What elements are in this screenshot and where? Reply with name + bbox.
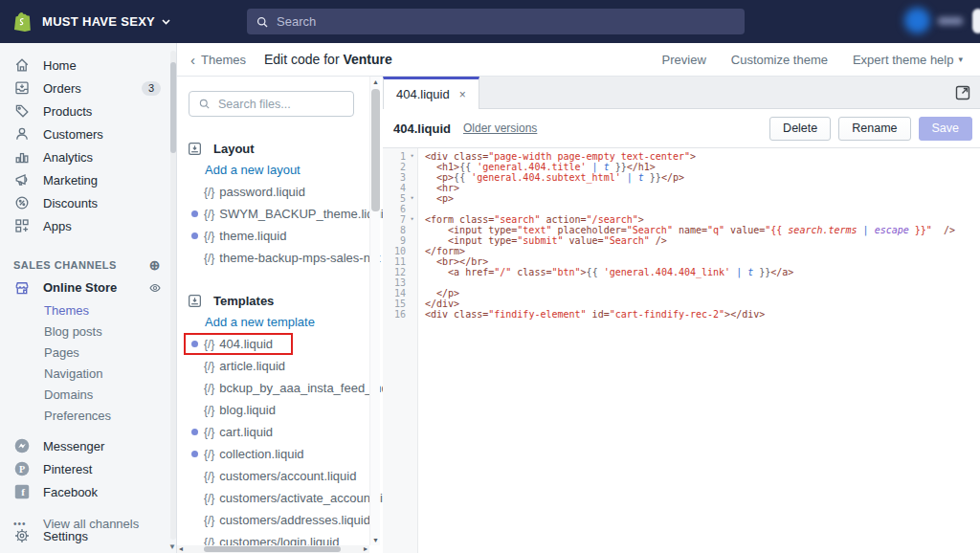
file-item-404-liquid[interactable]: {/}404.liquid <box>177 333 383 355</box>
save-button[interactable]: Save <box>919 117 973 141</box>
code-line-6[interactable]: 6 <box>383 204 980 214</box>
file-item-customers-account-liquid[interactable]: {/}customers/account.liquid <box>177 465 383 487</box>
global-search[interactable] <box>247 9 745 34</box>
code-line-3[interactable]: 3 <p>{{ 'general.404.subtext_html' | t }… <box>383 172 980 183</box>
sidebar-item-apps[interactable]: Apps <box>0 214 176 237</box>
older-versions-link[interactable]: Older versions <box>463 122 537 135</box>
fullscreen-icon[interactable] <box>954 84 971 101</box>
file-panel-vertical-scrollbar[interactable]: ▲ ▼ <box>369 77 380 545</box>
sidebar-item-pages[interactable]: Pages <box>0 342 176 363</box>
file-item-collection-liquid[interactable]: {/}collection.liquid <box>177 443 383 465</box>
code-text: <hr> <box>418 183 459 193</box>
code-line-10[interactable]: 10</form> <box>383 246 980 256</box>
preview-link[interactable]: Preview <box>662 53 706 67</box>
svg-text:P: P <box>19 464 25 475</box>
close-icon[interactable]: × <box>459 88 466 101</box>
scroll-up-icon[interactable]: ▲ <box>371 78 380 85</box>
sidebar-item-discounts[interactable]: Discounts <box>0 191 176 214</box>
sidebar-item-blog-posts[interactable]: Blog posts <box>0 321 176 342</box>
line-number: 9 <box>383 235 406 246</box>
sidebar-item-marketing[interactable]: Marketing <box>0 168 176 191</box>
scroll-down-icon[interactable]: ▼ <box>371 537 380 543</box>
sidebar-scrollbar[interactable] <box>170 51 176 540</box>
sidebar-item-orders[interactable]: Orders3 <box>0 77 176 100</box>
file-section-layout: LayoutAdd a new layout{/}password.liquid… <box>177 138 383 269</box>
add-channel-icon[interactable]: ⊕ <box>149 257 161 273</box>
sidebar-item-label: Discounts <box>43 196 98 210</box>
sidebar-item-settings[interactable]: Settings <box>0 524 176 547</box>
file-item-password-liquid[interactable]: {/}password.liquid <box>177 181 383 203</box>
fold-icon[interactable]: ▾ <box>406 151 418 162</box>
sidebar-scrollbar-thumb[interactable] <box>170 62 176 153</box>
sidebar-item-pinterest[interactable]: PPinterest <box>0 457 176 480</box>
sidebar-item-navigation[interactable]: Navigation <box>0 363 176 384</box>
expert-theme-help-link[interactable]: Expert theme help▾ <box>853 53 963 67</box>
code-line-11[interactable]: 11 <br></br> <box>383 256 980 267</box>
global-search-input[interactable] <box>277 14 698 29</box>
delete-button[interactable]: Delete <box>769 117 831 141</box>
liquid-file-icon: {/} <box>204 338 214 351</box>
sidebar-item-products[interactable]: Products <box>0 100 176 122</box>
store-switcher[interactable]: MUST HAVE SEXY <box>42 14 170 29</box>
liquid-file-icon: {/} <box>204 186 214 199</box>
scroll-right-icon[interactable]: ▸ <box>364 544 368 553</box>
add-new-templates-link[interactable]: Add a new template <box>177 311 383 333</box>
code-line-5[interactable]: 5▾ <p> <box>383 193 980 204</box>
file-panel-horizontal-scrollbar[interactable]: ◂ ▸ <box>177 545 369 553</box>
sidebar-item-customers[interactable]: Customers <box>0 122 176 145</box>
shopify-logo-icon[interactable] <box>12 11 33 33</box>
file-item-blog-liquid[interactable]: {/}blog.liquid <box>177 399 383 421</box>
code-line-7[interactable]: 7▾<form class="search" action="/search"> <box>383 214 980 225</box>
rename-button[interactable]: Rename <box>838 117 910 141</box>
avatar[interactable] <box>904 8 930 33</box>
file-panel-hscrollbar-thumb[interactable] <box>204 546 341 552</box>
code-line-4[interactable]: 4 <hr> <box>383 183 980 193</box>
file-section-header[interactable]: Layout <box>177 138 383 159</box>
sidebar-item-label: Apps <box>43 219 72 233</box>
file-item-theme-backup-mps-sales-not[interactable]: {/}theme-backup-mps-sales-not <box>177 247 383 269</box>
folder-icon <box>187 141 203 157</box>
fold-icon[interactable]: ▾ <box>406 193 418 204</box>
file-panel-scrollbar-thumb[interactable] <box>371 89 380 211</box>
code-line-15[interactable]: 15</div> <box>383 299 980 309</box>
file-item-theme-liquid[interactable]: {/}theme.liquid <box>177 225 383 247</box>
scroll-left-icon[interactable]: ◂ <box>179 544 183 553</box>
sidebar-item-home[interactable]: Home <box>0 54 176 77</box>
fold-spacer <box>406 277 418 288</box>
file-item-customers-activate-account-liq[interactable]: {/}customers/activate_account.liq <box>177 487 383 509</box>
code-line-8[interactable]: 8 <input type="text" placeholder="Search… <box>383 225 980 235</box>
file-search-input[interactable] <box>218 98 338 111</box>
scroll-down-icon[interactable]: ▼ <box>168 542 176 551</box>
fold-icon[interactable]: ▾ <box>406 214 418 225</box>
sidebar-item-facebook[interactable]: fFacebook <box>0 480 176 503</box>
sidebar-item-themes[interactable]: Themes <box>0 299 176 321</box>
sidebar-item-analytics[interactable]: Analytics <box>0 145 176 168</box>
products-icon <box>13 102 31 120</box>
file-item-cart-liquid[interactable]: {/}cart.liquid <box>177 421 383 443</box>
code-line-12[interactable]: 12 <a href="/" class="btn">{{ 'general.4… <box>383 267 980 277</box>
code-line-16[interactable]: 16<div class="findify-element" id="cart-… <box>383 309 980 320</box>
file-item-article-liquid[interactable]: {/}article.liquid <box>177 355 383 377</box>
file-item-bckup-by-aaa-insta-feed-inde[interactable]: {/}bckup_by_aaa_insta_feed_inde <box>177 377 383 399</box>
breadcrumb-back-themes[interactable]: ‹ Themes <box>190 52 246 68</box>
file-item-swym-backup-theme-liquid[interactable]: {/}SWYM_BACKUP_theme.liquid <box>177 203 383 225</box>
file-search[interactable] <box>189 91 354 117</box>
add-new-layout-link[interactable]: Add a new layout <box>177 159 383 181</box>
customize-theme-link[interactable]: Customize theme <box>731 53 828 67</box>
code-area[interactable]: 1▾<div class="page-width page-empty text… <box>383 148 980 320</box>
sidebar-item-messenger[interactable]: Messenger <box>0 434 176 457</box>
code-line-9[interactable]: 9 <input type="submit" value="Search" /> <box>383 235 980 246</box>
code-line-2[interactable]: 2 <h1>{{ 'general.404.title' | t }}</h1> <box>383 162 980 172</box>
sidebar-item-domains[interactable]: Domains <box>0 384 176 405</box>
code-line-13[interactable]: 13 <box>383 277 980 288</box>
sidebar-item-preferences[interactable]: Preferences <box>0 405 176 426</box>
file-item-customers-addresses-liquid[interactable]: {/}customers/addresses.liquid <box>177 509 383 531</box>
file-section-header[interactable]: Templates <box>177 290 383 311</box>
tab-404-liquid[interactable]: 404.liquid × <box>383 77 479 109</box>
code-line-14[interactable]: 14 </p> <box>383 288 980 299</box>
sidebar-item-online-store[interactable]: Online Store <box>0 276 176 299</box>
eye-icon[interactable] <box>147 281 163 295</box>
chevron-down-icon: ▾ <box>958 55 963 64</box>
code-line-1[interactable]: 1▾<div class="page-width page-empty text… <box>383 151 980 162</box>
line-number: 15 <box>383 299 406 309</box>
